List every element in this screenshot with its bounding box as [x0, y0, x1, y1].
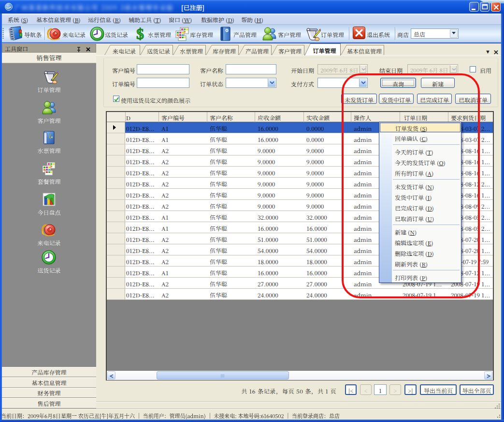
svg-text:$: $ — [136, 26, 144, 42]
